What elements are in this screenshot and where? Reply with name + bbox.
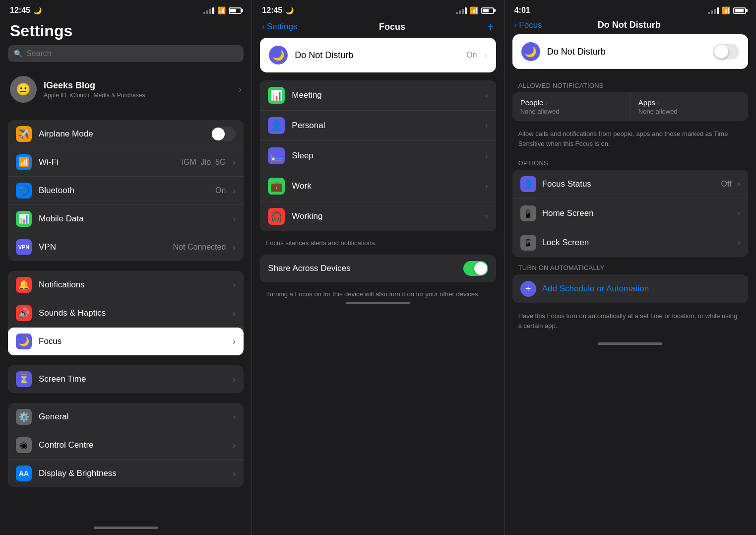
add-schedule-label: Add Schedule or Automation bbox=[542, 284, 649, 294]
general-row[interactable]: ⚙️ General › bbox=[8, 403, 244, 431]
share-note: Turning a Focus on for this device will … bbox=[252, 286, 504, 298]
focus-list: 📊 Meeting › 👤 Personal › 🛏️ Sleep › 💼 Wo… bbox=[260, 80, 496, 231]
wifi-row-icon: 📶 bbox=[16, 154, 32, 170]
control-centre-label: Control Centre bbox=[39, 440, 226, 450]
notifications-label: Notifications bbox=[39, 280, 226, 290]
focus-add-button[interactable]: + bbox=[487, 20, 494, 34]
focus-row[interactable]: 🌙 Focus › bbox=[8, 328, 244, 355]
home-indicator-p1 bbox=[94, 527, 158, 529]
working-icon: 🎧 bbox=[268, 208, 285, 225]
control-centre-icon: ◉ bbox=[16, 437, 32, 453]
general-icon: ⚙️ bbox=[16, 409, 32, 425]
dnd-status: On bbox=[466, 51, 477, 60]
display-chevron: › bbox=[233, 468, 236, 479]
mobile-data-chevron: › bbox=[233, 214, 236, 224]
sleep-row[interactable]: 🛏️ Sleep › bbox=[260, 141, 496, 171]
mobile-data-row[interactable]: 📊 Mobile Data › bbox=[8, 205, 244, 233]
status-bar-p3: 4:01 📶 bbox=[504, 0, 756, 18]
screen-time-section: ⏳ Screen Time › bbox=[8, 365, 244, 393]
connectivity-section: ✈️ Airplane Mode 📶 Wi-Fi iGM_Jio_5G › 🔵 … bbox=[8, 120, 244, 261]
focus-status-chevron: › bbox=[738, 180, 740, 189]
display-brightness-row[interactable]: AA Display & Brightness › bbox=[8, 460, 244, 487]
home-screen-chevron: › bbox=[738, 209, 740, 218]
home-screen-row[interactable]: 📱 Home Screen › bbox=[512, 199, 748, 228]
focus-back-button[interactable]: ‹ Settings bbox=[262, 22, 297, 32]
moon-icon-p2: 🌙 bbox=[285, 6, 294, 14]
dnd-back-button[interactable]: ‹ Focus bbox=[514, 20, 542, 30]
home-indicator-p2 bbox=[346, 302, 410, 304]
working-row[interactable]: 🎧 Working › bbox=[260, 201, 496, 231]
work-row[interactable]: 💼 Work › bbox=[260, 171, 496, 201]
focus-icon: 🌙 bbox=[16, 334, 32, 349]
screen-time-chevron: › bbox=[233, 374, 236, 385]
sounds-chevron: › bbox=[233, 308, 236, 319]
vpn-row[interactable]: VPN VPN Not Connected › bbox=[8, 233, 244, 261]
bottom-bar-p1 bbox=[0, 523, 252, 535]
profile-chevron: › bbox=[239, 84, 242, 95]
screen-time-row[interactable]: ⏳ Screen Time › bbox=[8, 365, 244, 393]
lock-screen-row[interactable]: 📱 Lock Screen › bbox=[512, 228, 748, 257]
lock-screen-chevron: › bbox=[738, 238, 740, 247]
personal-row[interactable]: 👤 Personal › bbox=[260, 111, 496, 141]
focus-note: Focus silences alerts and notifications. bbox=[252, 239, 504, 255]
dnd-card-label: Do Not Disturb bbox=[295, 50, 459, 61]
dnd-main-toggle[interactable] bbox=[713, 44, 739, 60]
notifications-row[interactable]: 🔔 Notifications › bbox=[8, 271, 244, 299]
airplane-mode-row[interactable]: ✈️ Airplane Mode bbox=[8, 120, 244, 148]
apps-value: None allowed bbox=[638, 108, 740, 115]
airplane-toggle[interactable] bbox=[211, 127, 236, 141]
control-centre-row[interactable]: ◉ Control Centre › bbox=[8, 431, 244, 460]
allowed-notifications-section: People › None allowed Apps › None allowe… bbox=[512, 92, 748, 121]
bluetooth-row[interactable]: 🔵 Bluetooth On › bbox=[8, 177, 244, 205]
screen-time-label: Screen Time bbox=[39, 374, 226, 384]
dnd-back-chevron: ‹ bbox=[514, 20, 517, 30]
time-p2: 12:45 bbox=[262, 6, 282, 15]
meeting-chevron: › bbox=[485, 91, 488, 100]
time-p3: 4:01 bbox=[514, 6, 530, 15]
meeting-row[interactable]: 📊 Meeting › bbox=[260, 80, 496, 111]
settings-title: Settings bbox=[0, 18, 252, 45]
auto-header: TURN ON AUTOMATICALLY bbox=[504, 261, 756, 274]
search-bar[interactable]: 🔍 bbox=[8, 45, 244, 62]
notifications-section: 🔔 Notifications › 🔊 Sounds & Haptics › 🌙… bbox=[8, 271, 244, 355]
battery-p1 bbox=[229, 7, 242, 14]
add-schedule-icon: + bbox=[520, 281, 536, 297]
focus-status-label: Focus Status bbox=[542, 179, 715, 189]
sounds-row[interactable]: 🔊 Sounds & Haptics › bbox=[8, 299, 244, 328]
apps-title: Apps › bbox=[638, 98, 740, 107]
add-schedule-row[interactable]: + Add Schedule or Automation bbox=[512, 274, 748, 303]
notifications-icon: 🔔 bbox=[16, 277, 32, 293]
back-label: Settings bbox=[267, 22, 297, 32]
wifi-icon-p2: 📶 bbox=[470, 6, 478, 14]
general-label: General bbox=[39, 412, 226, 422]
apps-col[interactable]: Apps › None allowed bbox=[630, 92, 748, 121]
mobile-data-icon: 📊 bbox=[16, 211, 32, 227]
status-icons-p1: 📶 bbox=[203, 6, 242, 14]
home-screen-label: Home Screen bbox=[542, 208, 732, 218]
wifi-row[interactable]: 📶 Wi-Fi iGM_Jio_5G › bbox=[8, 148, 244, 177]
work-label: Work bbox=[292, 181, 478, 191]
display-label: Display & Brightness bbox=[39, 468, 226, 478]
sounds-icon: 🔊 bbox=[16, 305, 32, 321]
bluetooth-label: Bluetooth bbox=[39, 186, 208, 196]
status-icons-p3: 📶 bbox=[708, 6, 746, 14]
dnd-icon: 🌙 bbox=[269, 46, 288, 65]
work-icon: 💼 bbox=[268, 178, 285, 195]
vpn-icon: VPN bbox=[16, 239, 32, 255]
profile-name: iGeeks Blog bbox=[44, 80, 232, 91]
personal-icon: 👤 bbox=[268, 117, 285, 134]
bluetooth-value: On bbox=[215, 186, 226, 195]
personal-label: Personal bbox=[292, 121, 478, 131]
bluetooth-icon: 🔵 bbox=[16, 183, 32, 199]
people-col[interactable]: People › None allowed bbox=[512, 92, 630, 121]
home-screen-icon: 📱 bbox=[520, 205, 536, 221]
signal-p2 bbox=[456, 7, 467, 14]
focus-dnd-card[interactable]: 🌙 Do Not Disturb On › bbox=[260, 38, 496, 72]
search-input[interactable] bbox=[26, 49, 238, 58]
share-label: Share Across Devices bbox=[268, 264, 456, 273]
profile-info: iGeeks Blog Apple ID, iCloud+, Media & P… bbox=[44, 80, 232, 99]
profile-row[interactable]: 😐 iGeeks Blog Apple ID, iCloud+, Media &… bbox=[0, 69, 252, 110]
status-icons-p2: 📶 bbox=[456, 6, 494, 14]
share-toggle[interactable] bbox=[463, 261, 488, 276]
focus-status-row[interactable]: 👤 Focus Status Off › bbox=[512, 170, 748, 199]
